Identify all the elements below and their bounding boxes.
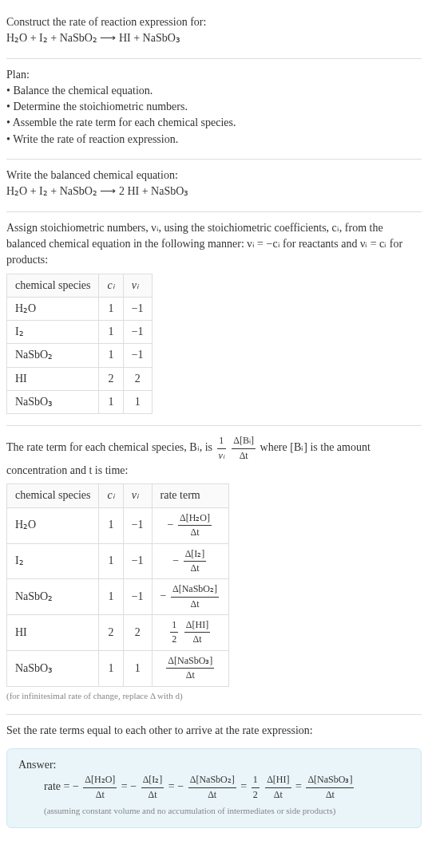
plan-item: • Write the rate of reaction expression. (6, 132, 422, 148)
cell-v: 1 (123, 650, 152, 686)
table-row: NaSbO₂ 1 −1 (7, 344, 153, 367)
intro-heading: Construct the rate of reaction expressio… (6, 14, 422, 30)
cell-species: NaSbO₃ (7, 650, 99, 686)
table-header-row: chemical species cᵢ νᵢ rate term (7, 484, 229, 507)
col-v: νᵢ (123, 274, 152, 297)
cell-c: 1 (99, 507, 123, 543)
answer-expression: rate = − Δ[H₂O]Δt = − Δ[I₂]Δt = − Δ[NaSb… (18, 773, 410, 802)
cell-rate: − Δ[H₂O]Δt (152, 507, 228, 543)
table-row: NaSbO₃ 1 1 (7, 391, 153, 414)
col-c: cᵢ (99, 274, 123, 297)
cell-rate: − Δ[I₂]Δt (152, 543, 228, 579)
col-rate: rate term (152, 484, 228, 507)
cell-c: 1 (99, 391, 123, 414)
cell-v: −1 (123, 297, 152, 320)
col-v: νᵢ (123, 484, 152, 507)
rateterm-note: (for infinitesimal rate of change, repla… (6, 690, 422, 703)
intro-section: Construct the rate of reaction expressio… (6, 6, 422, 59)
table-row: I₂ 1 −1 (7, 321, 153, 344)
cell-rate: 12 Δ[HI]Δt (152, 615, 228, 651)
cell-v: −1 (123, 507, 152, 543)
cell-species: I₂ (7, 543, 99, 579)
stoich-section: Assign stoichiometric numbers, νᵢ, using… (6, 212, 422, 427)
cell-v: 2 (123, 615, 152, 651)
plan-heading: Plan: (6, 67, 422, 83)
cell-species: HI (7, 367, 99, 390)
cell-v: −1 (123, 344, 152, 367)
table-row: NaSbO₃ 1 1 Δ[NaSbO₃]Δt (7, 650, 229, 686)
cell-species: NaSbO₃ (7, 391, 99, 414)
col-species: chemical species (7, 484, 99, 507)
stoich-heading: Assign stoichiometric numbers, νᵢ, using… (6, 220, 422, 269)
frac-1-over-nu: 1 νᵢ (217, 434, 226, 463)
cell-species: I₂ (7, 321, 99, 344)
balanced-equation: H₂O + I₂ + NaSbO₂ ⟶ 2 HI + NaSbO₃ (6, 183, 422, 199)
answer-box: Answer: rate = − Δ[H₂O]Δt = − Δ[I₂]Δt = … (6, 748, 422, 828)
cell-v: −1 (123, 579, 152, 615)
col-c: cᵢ (99, 484, 123, 507)
cell-rate: − Δ[NaSbO₂]Δt (152, 579, 228, 615)
final-heading: Set the rate terms equal to each other t… (6, 723, 422, 739)
table-row: NaSbO₂ 1 −1 − Δ[NaSbO₂]Δt (7, 579, 229, 615)
cell-v: 2 (123, 367, 152, 390)
cell-c: 1 (99, 344, 123, 367)
cell-species: HI (7, 615, 99, 651)
cell-v: 1 (123, 391, 152, 414)
answer-note: (assuming constant volume and no accumul… (18, 805, 410, 818)
cell-c: 1 (99, 297, 123, 320)
answer-label: Answer: (18, 757, 410, 773)
plan-section: Plan: • Balance the chemical equation. •… (6, 59, 422, 160)
col-species: chemical species (7, 274, 99, 297)
table-row: H₂O 1 −1 (7, 297, 153, 320)
plan-item: • Balance the chemical equation. (6, 83, 422, 99)
cell-species: H₂O (7, 507, 99, 543)
rateterm-section: The rate term for each chemical species,… (6, 426, 422, 714)
balanced-section: Write the balanced chemical equation: H₂… (6, 160, 422, 212)
cell-c: 1 (99, 321, 123, 344)
table-row: HI 2 2 (7, 367, 153, 390)
plan-item: • Assemble the rate term for each chemic… (6, 115, 422, 131)
table-row: HI 2 2 12 Δ[HI]Δt (7, 615, 229, 651)
table-row: I₂ 1 −1 − Δ[I₂]Δt (7, 543, 229, 579)
stoich-table: chemical species cᵢ νᵢ H₂O 1 −1 I₂ 1 −1 … (6, 274, 153, 415)
plan-item: • Determine the stoichiometric numbers. (6, 99, 422, 115)
final-section: Set the rate terms equal to each other t… (6, 715, 422, 742)
cell-species: H₂O (7, 297, 99, 320)
rateterm-heading: The rate term for each chemical species,… (6, 434, 422, 479)
table-header-row: chemical species cᵢ νᵢ (7, 274, 153, 297)
cell-c: 2 (99, 367, 123, 390)
rateterm-table: chemical species cᵢ νᵢ rate term H₂O 1 −… (6, 483, 229, 686)
cell-v: −1 (123, 543, 152, 579)
intro-equation: H₂O + I₂ + NaSbO₂ ⟶ HI + NaSbO₃ (6, 30, 422, 46)
table-row: H₂O 1 −1 − Δ[H₂O]Δt (7, 507, 229, 543)
cell-species: NaSbO₂ (7, 344, 99, 367)
cell-c: 1 (99, 543, 123, 579)
cell-c: 1 (99, 650, 123, 686)
cell-rate: Δ[NaSbO₃]Δt (152, 650, 228, 686)
cell-c: 2 (99, 615, 123, 651)
cell-species: NaSbO₂ (7, 579, 99, 615)
frac-dB-dt: Δ[Bᵢ] Δt (232, 434, 256, 463)
balanced-heading: Write the balanced chemical equation: (6, 168, 422, 183)
cell-v: −1 (123, 321, 152, 344)
cell-c: 1 (99, 579, 123, 615)
